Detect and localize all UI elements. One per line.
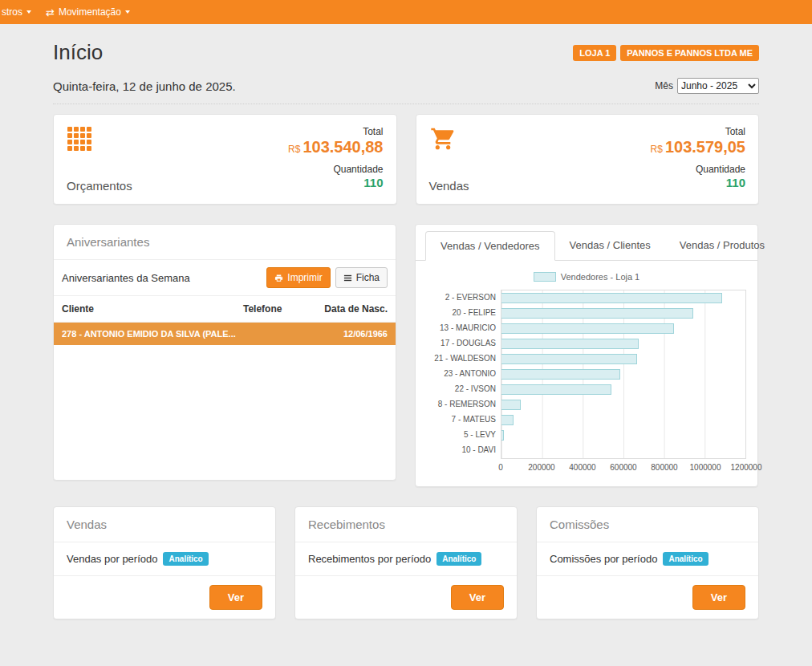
chart-category-label: 22 - IVSON	[427, 381, 501, 396]
vendas-label: Vendas	[429, 179, 469, 193]
axis-tick-label: 600000	[610, 463, 636, 472]
comissoes-panel: Comissões Comissões por período Analític…	[536, 506, 759, 619]
tab-vendas-vendedores[interactable]: Vendas / Vendedores	[425, 231, 555, 261]
birthdays-empty-space	[54, 345, 396, 480]
chart-category-label: 13 - MAURICIO	[427, 320, 501, 335]
axis-tick-label: 0	[498, 463, 503, 472]
vendas-panel-text: Vendas por período	[67, 553, 157, 565]
chart-category-label: 23 - ANTONIO	[427, 366, 501, 381]
chart-category-label: 8 - REMERSON	[427, 396, 501, 412]
nav-item-movimentacao[interactable]: ⇄ Movimentação	[46, 6, 130, 18]
chart-category-labels: 2 - EVERSON20 - FELIPE13 - MAURICIO17 - …	[427, 290, 501, 459]
chart-plot	[501, 290, 746, 459]
current-date-text: Quinta-feira, 12 de junho de 2025.	[53, 79, 236, 93]
chart-bar-row	[501, 382, 745, 397]
store-badge[interactable]: LOJA 1	[573, 45, 616, 61]
birthdays-subtitle: Aniversariantes da Semana	[62, 272, 190, 284]
quantity-label: Quantidade	[333, 164, 383, 175]
chart-category-label: 10 - DAVI	[427, 442, 501, 457]
nav-item-cadastros-label: stros	[2, 6, 22, 18]
chart-category-label: 7 - MATEUS	[427, 412, 501, 427]
orcamentos-total-value: R$103.540,88	[288, 137, 383, 156]
recebimentos-panel-title: Recebimentos	[295, 507, 517, 542]
birthdays-card: Aniversariantes Aniversariantes da Seman…	[53, 224, 396, 481]
analitico-badge: Analítico	[436, 552, 481, 566]
axis-tick-label: 1200000	[731, 463, 762, 472]
table-row[interactable]: 278 - ANTONIO EMIDIO DA SILVA (PALE... 1…	[54, 323, 396, 345]
column-header-nascimento: Data de Nasc.	[314, 303, 388, 315]
month-select[interactable]: Junho - 2025	[677, 78, 759, 94]
page-title: Início	[53, 40, 103, 65]
calculator-icon	[67, 126, 132, 152]
quantity-label: Quantidade	[696, 164, 745, 175]
chart-category-label: 2 - EVERSON	[427, 290, 501, 305]
chart-bar	[501, 293, 722, 303]
vendas-summary-card: Vendas Total R$103.579,05 Quantidade 110	[416, 114, 760, 205]
vendas-total-value: R$103.579,05	[651, 137, 745, 156]
chevron-down-icon	[125, 10, 130, 14]
comissoes-panel-text: Comissões por período	[550, 553, 657, 565]
chart-bar	[501, 430, 504, 441]
recebimentos-panel: Recebimentos Recebimentos por período An…	[294, 506, 518, 619]
vendas-panel: Vendas Vendas por período Analítico Ver	[53, 506, 276, 619]
vendas-panel-title: Vendas	[54, 507, 275, 542]
total-label: Total	[725, 126, 745, 137]
legend-swatch	[534, 272, 556, 282]
tab-vendas-produtos[interactable]: Vendas / Produtos	[665, 231, 779, 261]
comissoes-panel-title: Comissões	[537, 507, 758, 542]
axis-tick-label: 800000	[651, 463, 677, 472]
orcamentos-summary-card: Orçamentos Total R$103.540,88 Quantidade…	[53, 114, 397, 205]
chart-bar	[501, 415, 514, 425]
orcamentos-quantity-value: 110	[363, 176, 383, 189]
chart-bar-row	[501, 321, 745, 336]
ver-comissoes-button[interactable]: Ver	[692, 585, 745, 610]
vendas-quantity-value: 110	[726, 176, 745, 189]
chart-category-label: 21 - WALDESON	[427, 351, 501, 366]
chart-tabs: Vendas / Vendedores Vendas / Clientes Ve…	[416, 225, 757, 261]
company-badge[interactable]: PANNOS E PANNOS LTDA ME	[620, 45, 759, 61]
chart-bar	[501, 384, 611, 395]
printer-icon	[274, 274, 283, 282]
orcamentos-label: Orçamentos	[67, 179, 132, 193]
legend-label: Vendedores - Loja 1	[561, 272, 639, 282]
month-label: Mês	[655, 80, 673, 91]
chart-bar-row	[501, 397, 745, 412]
bar-chart: 2 - EVERSON20 - FELIPE13 - MAURICIO17 - …	[427, 290, 746, 459]
ver-recebimentos-button[interactable]: Ver	[451, 585, 504, 610]
ficha-button[interactable]: Ficha	[335, 267, 388, 288]
chart-bar	[501, 339, 639, 349]
print-button[interactable]: Imprimir	[266, 267, 330, 288]
exchange-icon: ⇄	[46, 7, 55, 18]
ver-vendas-button[interactable]: Ver	[209, 585, 262, 610]
axis-tick-label: 400000	[569, 463, 595, 472]
chart-bar	[501, 308, 693, 319]
chart-body: Vendedores - Loja 1 2 - EVERSON20 - FELI…	[416, 261, 757, 486]
list-icon	[343, 274, 352, 282]
chart-bar	[501, 323, 674, 334]
chart-bar-row	[501, 367, 745, 382]
date-row: Quinta-feira, 12 de junho de 2025. Mês J…	[53, 78, 759, 104]
chart-legend: Vendedores - Loja 1	[427, 272, 746, 282]
page-content: Início LOJA 1 PANNOS E PANNOS LTDA ME Qu…	[53, 40, 759, 619]
header-badges: LOJA 1 PANNOS E PANNOS LTDA ME	[573, 45, 759, 61]
recebimentos-panel-text: Recebimentos por período	[308, 553, 431, 565]
chevron-down-icon	[26, 10, 31, 14]
chart-bar	[501, 354, 637, 364]
chart-category-label: 17 - DOUGLAS	[427, 335, 501, 351]
analitico-badge: Analítico	[163, 552, 208, 566]
sales-chart-card: Vendas / Vendedores Vendas / Clientes Ve…	[415, 224, 758, 487]
chart-bar-row	[501, 428, 745, 443]
nav-item-cadastros[interactable]: stros	[2, 6, 31, 18]
chart-bar-row	[501, 412, 745, 428]
birthdays-card-title: Aniversariantes	[54, 225, 396, 260]
total-label: Total	[363, 126, 383, 137]
row-nascimento: 12/06/1966	[314, 329, 388, 339]
tab-vendas-clientes[interactable]: Vendas / Clientes	[555, 231, 665, 261]
column-header-cliente: Cliente	[62, 303, 243, 315]
shopping-cart-icon	[429, 126, 469, 152]
chart-bar-row	[501, 336, 745, 351]
analitico-badge: Analítico	[663, 552, 708, 566]
chart-bar-row	[501, 306, 745, 321]
axis-tick-label: 1000000	[690, 463, 721, 472]
chart-bar	[501, 369, 620, 380]
